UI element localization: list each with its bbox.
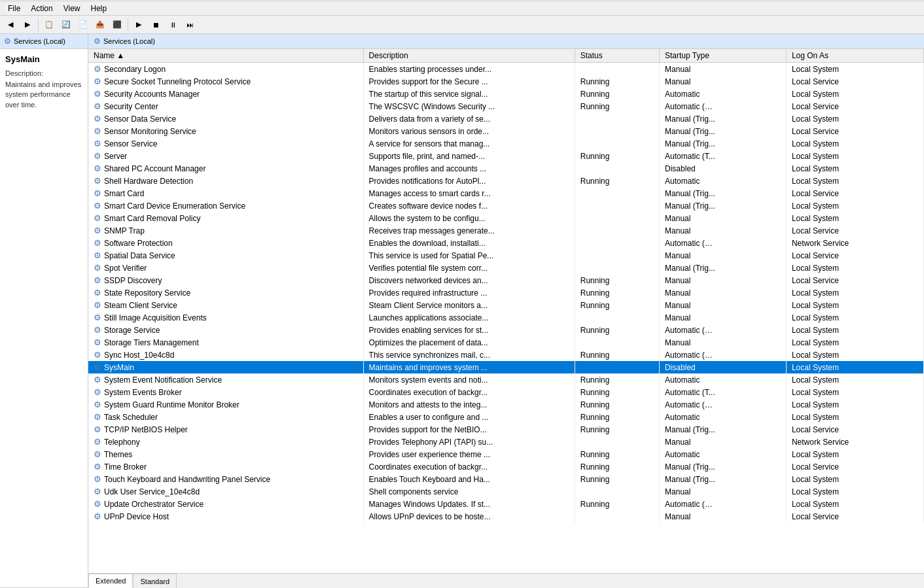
service-desc-cell: Discovers networked devices an... [363,274,575,286]
col-header-description[interactable]: Description [363,49,575,63]
table-row[interactable]: ⚙System Events BrokerCoordinates executi… [88,386,924,398]
table-row[interactable]: ⚙Spot VerifierVerifies potential file sy… [88,262,924,274]
table-row[interactable]: ⚙Sensor Monitoring ServiceMonitors vario… [88,125,924,137]
service-startup-cell: Manual [660,75,787,88]
service-startup-cell: Automatic [660,175,787,187]
service-name-cell: ⚙Software Protection [88,237,363,249]
services-table-wrap[interactable]: Name ▲ Description Status Startup Type L… [88,49,924,573]
table-row[interactable]: ⚙Time BrokerCoordinates execution of bac… [88,460,924,473]
service-startup-cell: Manual [660,224,787,237]
table-row[interactable]: ⚙Shared PC Account ManagerManages profil… [88,162,924,175]
stop-service-button[interactable]: ⏹ [148,18,164,32]
table-row[interactable]: ⚙Still Image Acquisition EventsLaunches … [88,311,924,324]
col-header-startup[interactable]: Startup Type [660,49,787,63]
minimize-button[interactable]: — [827,0,857,1]
toolbar-btn-3[interactable]: 📄 [75,18,91,32]
service-logon-cell: Local System [786,63,923,76]
table-row[interactable]: ⚙Security Accounts ManagerThe startup of… [88,88,924,100]
service-status-cell [575,262,659,274]
tab-standard[interactable]: Standard [133,574,177,588]
table-row[interactable]: ⚙System Event Notification ServiceMonito… [88,373,924,386]
service-desc-cell: Steam Client Service monitors a... [363,299,575,311]
table-row[interactable]: ⚙ServerSupports file, print, and named-.… [88,150,924,162]
table-row[interactable]: ⚙Sensor ServiceA service for sensors tha… [88,137,924,150]
start-service-button[interactable]: ▶ [131,18,147,32]
table-row[interactable]: ⚙System Guard Runtime Monitor BrokerMoni… [88,398,924,411]
service-desc-cell: Launches applications associate... [363,311,575,324]
table-row[interactable]: ⚙Udk User Service_10e4c8dShell component… [88,485,924,498]
table-row[interactable]: ⚙Spatial Data ServiceThis service is use… [88,249,924,262]
table-row[interactable]: ⚙Secure Socket Tunneling Protocol Servic… [88,75,924,88]
table-row[interactable]: ⚙Sync Host_10e4c8dThis service synchroni… [88,349,924,361]
toolbar: ◀ ▶ 📋 🔄 📄 📤 ⬛ ▶ ⏹ ⏸ ⏭ [0,16,924,34]
pause-service-button[interactable]: ⏸ [165,18,181,32]
table-row[interactable]: ⚙SNMP TrapReceives trap messages generat… [88,224,924,237]
service-startup-cell: Automatic (… [660,324,787,336]
menu-item-help[interactable]: Help [86,3,113,14]
table-row[interactable]: ⚙Task SchedulerEnables a user to configu… [88,411,924,423]
service-startup-cell: Manual (Trig... [660,460,787,473]
service-logon-cell: Local Service [786,249,923,262]
service-logon-cell: Local System [786,212,923,224]
table-row[interactable]: ⚙Smart Card Device Enumeration ServiceCr… [88,199,924,212]
toolbar-btn-1[interactable]: 📋 [41,18,57,32]
service-status-cell [575,137,659,150]
service-name-cell: ⚙System Events Broker [88,386,363,398]
service-name-cell: ⚙Shell Hardware Detection [88,175,363,187]
table-row[interactable]: ⚙SSDP DiscoveryDiscovers networked devic… [88,274,924,286]
table-row[interactable]: ⚙Touch Keyboard and Handwriting Panel Se… [88,473,924,485]
menu-item-view[interactable]: View [58,3,86,14]
service-status-cell: Running [575,473,659,485]
service-name-cell: ⚙Storage Service [88,324,363,336]
table-row[interactable]: ⚙Storage Tiers ManagementOptimizes the p… [88,336,924,349]
table-row[interactable]: ⚙Software ProtectionEnables the download… [88,237,924,249]
forward-button[interactable]: ▶ [20,18,35,32]
restart-service-button[interactable]: ⏭ [182,18,198,32]
col-header-name[interactable]: Name ▲ [88,49,363,63]
service-name-cell: ⚙Themes [88,448,363,460]
menu-item-action[interactable]: Action [26,3,58,14]
service-desc-cell: Maintains and improves system ... [363,361,575,373]
service-name-cell: ⚙Time Broker [88,460,363,473]
table-row[interactable]: ⚙Sensor Data ServiceDelivers data from a… [88,112,924,125]
toolbar-btn-4[interactable]: 📤 [92,18,108,32]
table-row[interactable]: ⚙Update Orchestrator ServiceManages Wind… [88,498,924,510]
service-status-cell [575,212,659,224]
col-header-logon[interactable]: Log On As [786,49,923,63]
maximize-button[interactable]: □ [858,0,888,1]
close-button[interactable]: ✕ [889,0,919,1]
col-header-status[interactable]: Status [575,49,659,63]
service-desc-cell: The startup of this service signal... [363,88,575,100]
service-logon-cell: Local System [786,262,923,274]
toolbar-separator-1 [38,19,39,31]
service-desc-cell: Receives trap messages generate... [363,224,575,237]
service-logon-cell: Local System [786,498,923,510]
services-local-icon: ⚙ [4,37,11,46]
table-row[interactable]: ⚙Steam Client ServiceSteam Client Servic… [88,299,924,311]
table-row[interactable]: ⚙State Repository ServiceProvides requir… [88,286,924,299]
toolbar-btn-2[interactable]: 🔄 [58,18,74,32]
table-row[interactable]: ⚙UPnP Device HostAllows UPnP devices to … [88,510,924,523]
table-row[interactable]: ⚙Smart CardManages access to smart cards… [88,187,924,199]
service-status-cell [575,237,659,249]
table-row[interactable]: ⚙ThemesProvides user experience theme ..… [88,448,924,460]
menu-item-file[interactable]: File [3,3,26,14]
table-row[interactable]: ⚙Security CenterThe WSCSVC (Windows Secu… [88,100,924,112]
table-row[interactable]: ⚙Storage ServiceProvides enabling servic… [88,324,924,336]
service-logon-cell: Local Service [786,100,923,112]
table-row[interactable]: ⚙TelephonyProvides Telephony API (TAPI) … [88,436,924,448]
service-logon-cell: Local Service [786,460,923,473]
table-row[interactable]: ⚙TCP/IP NetBIOS HelperProvides support f… [88,423,924,436]
service-logon-cell: Local Service [786,187,923,199]
tab-extended[interactable]: Extended [88,574,133,588]
service-logon-cell: Local System [786,311,923,324]
service-status-cell [575,187,659,199]
table-row[interactable]: ⚙SysMainMaintains and improves system ..… [88,361,924,373]
toolbar-btn-5[interactable]: ⬛ [109,18,125,32]
service-desc-cell: Allows UPnP devices to be hoste... [363,510,575,523]
table-row[interactable]: ⚙Shell Hardware DetectionProvides notifi… [88,175,924,187]
table-row[interactable]: ⚙Smart Card Removal PolicyAllows the sys… [88,212,924,224]
table-row[interactable]: ⚙Secondary LogonEnables starting process… [88,63,924,76]
service-status-cell: Running [575,498,659,510]
back-button[interactable]: ◀ [3,18,18,32]
